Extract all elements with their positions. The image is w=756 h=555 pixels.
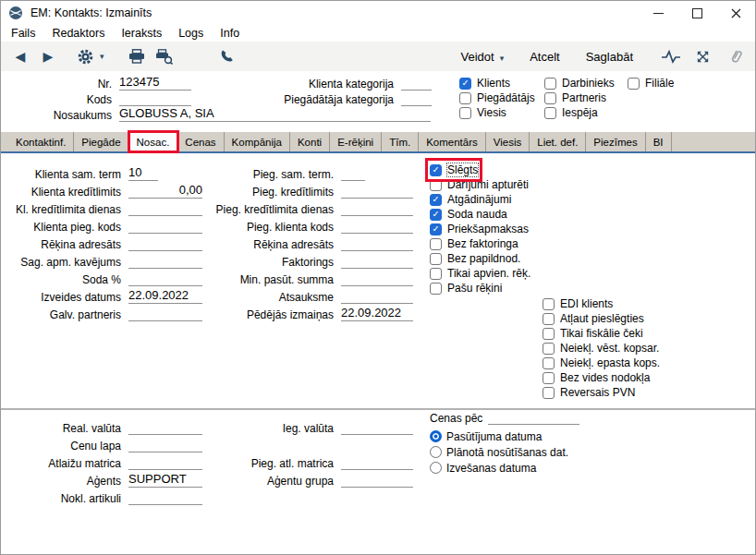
field-input[interactable] — [341, 454, 413, 470]
field-input[interactable] — [341, 419, 413, 435]
checkbox-bez-vides-nodokla[interactable]: Bez vides nodokļa — [543, 370, 650, 385]
checkbox-label: EDI klients — [560, 297, 613, 310]
field-input[interactable] — [128, 218, 202, 234]
phone-button[interactable] — [217, 44, 238, 68]
field-input[interactable]: 22.09.2022 — [128, 288, 202, 304]
maximize-button[interactable] — [677, 1, 716, 25]
tab-kompanija[interactable]: Kompānija — [225, 132, 290, 151]
klienta-kategorija-input[interactable] — [401, 75, 432, 90]
tab-tim[interactable]: Tīm. — [382, 132, 419, 151]
field-input[interactable] — [341, 218, 413, 234]
checkbox-pasu-rekini[interactable]: Pašu rēķini — [430, 281, 502, 296]
cancel-button[interactable]: Atcelt — [530, 50, 560, 64]
piegadataja-kategorija-input[interactable] — [401, 90, 432, 106]
phone-icon — [219, 49, 235, 65]
checkbox-label: Tikai apvien. rēķ. — [447, 267, 530, 280]
section-divider — [1, 408, 755, 410]
checkbox-edi-klients[interactable]: EDI klients — [543, 296, 613, 311]
field-input[interactable] — [341, 183, 413, 199]
tab-nosac[interactable]: Nosac. — [129, 132, 178, 151]
field-input[interactable] — [128, 489, 202, 505]
activity-button[interactable] — [661, 44, 681, 68]
prices-by-header: Cenas pēc — [430, 411, 579, 425]
checkbox-atgadinajumi[interactable]: Atgādinājumi — [430, 192, 511, 207]
back-button[interactable]: ◀ — [10, 44, 30, 68]
checkbox-slegts[interactable]: Slēgts — [430, 163, 478, 177]
radio-izvesanas-datuma[interactable]: Izvešanas datuma — [430, 460, 536, 476]
menu-fails[interactable]: Fails — [3, 26, 43, 41]
print-preview-button[interactable] — [154, 44, 175, 68]
menu-ieraksts[interactable]: Ieraksts — [113, 26, 170, 41]
checkbox-soda-nauda[interactable]: Soda nauda — [430, 207, 507, 222]
settings-button[interactable]: ▾ — [77, 44, 104, 68]
expand-button[interactable] — [692, 44, 713, 68]
tab-bi[interactable]: BI — [646, 132, 672, 151]
field-input[interactable] — [128, 200, 202, 216]
field-input[interactable] — [128, 419, 202, 435]
checkbox-neiekl-vest-kopsar[interactable]: Neiekļ. vēst. kopsar. — [543, 341, 659, 356]
radio-planota-nosutisanas-dat[interactable]: Plānotā nosūtīšanas dat. — [430, 444, 568, 460]
menu-redaktors[interactable]: Redaktors — [43, 26, 113, 41]
tab-kontaktinf[interactable]: Kontaktinf. — [8, 132, 74, 151]
forward-button[interactable]: ▶ — [38, 44, 58, 68]
checkbox-iespeja[interactable]: Iespēja — [544, 105, 598, 120]
menu-info[interactable]: Info — [212, 26, 248, 41]
print-button[interactable] — [127, 44, 147, 68]
checkbox-klients[interactable]: Klients — [459, 76, 510, 90]
checkbox-darbinieks[interactable]: Darbinieks — [544, 76, 615, 90]
field-input[interactable] — [128, 454, 202, 470]
checkbox-piegadatajs[interactable]: Piegādātājs — [459, 90, 535, 105]
checkbox-partneris[interactable]: Partneris — [544, 90, 606, 105]
create-button[interactable]: Veidot▾ — [460, 50, 504, 64]
field-input[interactable] — [341, 200, 413, 216]
checkbox-neiekl-epasta-kops[interactable]: Neiekļ. epasta kops. — [543, 356, 660, 370]
attachments-button[interactable] — [726, 44, 746, 68]
field-input[interactable] — [341, 288, 413, 304]
field-input[interactable] — [341, 253, 413, 269]
close-button[interactable] — [716, 1, 755, 25]
field-rekina-adresats-klients: Rēķina adresāts — [8, 234, 202, 251]
menu-logs[interactable]: Logs — [170, 26, 212, 41]
checkbox-filiale[interactable]: Filiāle — [628, 76, 674, 90]
checkbox-darijumi-aptureti[interactable]: Darījumi apturēti — [430, 177, 529, 192]
tab-piezimes[interactable]: Piezīmes — [586, 132, 645, 151]
field-faktorings: Faktorings — [212, 251, 413, 269]
checkbox-atlaut-pieslegties[interactable]: Atļaut pieslēgties — [543, 311, 644, 326]
save-button[interactable]: Saglabāt — [586, 50, 633, 64]
tab-cenas[interactable]: Cenas — [177, 132, 224, 151]
field-input[interactable]: 0,00 — [128, 183, 202, 199]
field-input[interactable] — [128, 437, 202, 452]
field-input[interactable]: 22.09.2022 — [341, 306, 413, 321]
field-input[interactable]: 10 — [128, 165, 158, 181]
field-input[interactable] — [341, 271, 413, 286]
radio-pasutijuma-datuma[interactable]: Pasūtījuma datuma — [430, 428, 542, 444]
tab-komentars[interactable]: Komentārs — [419, 132, 486, 151]
checkbox-bez-faktoringa[interactable]: Bez faktoringa — [430, 236, 518, 251]
minimize-button[interactable] — [639, 1, 677, 25]
checkbox-label: Viesis — [477, 106, 506, 119]
field-input[interactable] — [128, 271, 202, 286]
field-input[interactable] — [341, 235, 413, 251]
checkbox-prieksapmaksas[interactable]: Priekšapmaksas — [430, 222, 529, 236]
checkbox-tikai-apvien-rek[interactable]: Tikai apvien. rēķ. — [430, 266, 530, 281]
field-label: Cenu lapa — [8, 440, 128, 452]
checkbox-bez-papildnod[interactable]: Bez papildnod. — [430, 251, 520, 266]
tab-konti[interactable]: Konti — [290, 132, 330, 151]
checkbox-tikai-fiskalie-ceki[interactable]: Tikai fiskālie čeki — [543, 326, 643, 341]
tab-viesis[interactable]: Viesis — [486, 132, 530, 151]
field-input[interactable] — [128, 235, 202, 251]
tab-e-rekini[interactable]: E-rēķini — [330, 132, 382, 151]
field-input[interactable] — [341, 472, 413, 488]
field-input[interactable] — [128, 253, 202, 269]
field-label: Soda % — [8, 273, 128, 286]
field-input[interactable] — [128, 306, 202, 321]
agents-input[interactable]: SUPPORT — [128, 472, 202, 488]
nosaukums-input[interactable]: GLOBUSS A, SIA — [119, 106, 431, 122]
nr-input[interactable]: 123475 — [119, 75, 191, 90]
tab-liet-def[interactable]: Liet. def. — [530, 132, 586, 151]
checkbox-viesis[interactable]: Viesis — [459, 105, 506, 120]
kods-input[interactable] — [119, 90, 191, 106]
field-input[interactable] — [341, 165, 365, 181]
tab-piegade[interactable]: Piegāde — [74, 132, 128, 151]
checkbox-reversais-pvn[interactable]: Reversais PVN — [543, 385, 635, 400]
